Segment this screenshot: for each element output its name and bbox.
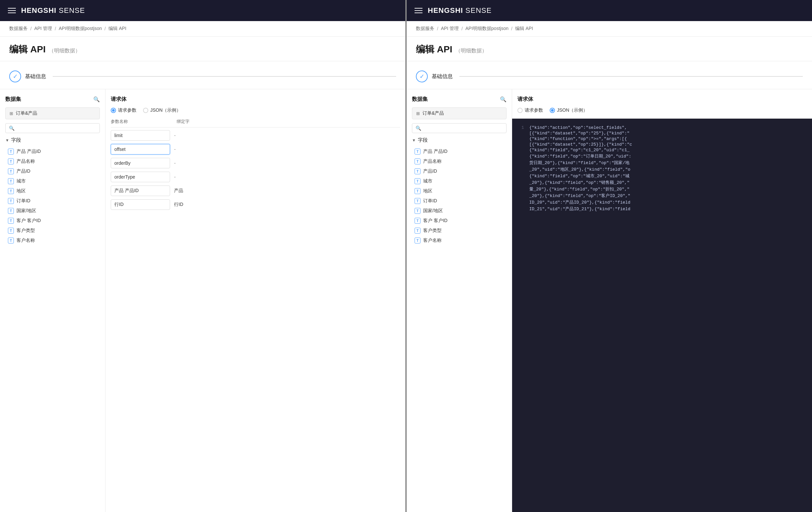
breadcrumb-item-1[interactable]: 数据服务	[9, 26, 28, 32]
json-line-11: 量_20"},{"kind":"field","op":"折扣_20","	[517, 186, 807, 192]
left-param-row-4: 产品	[111, 185, 400, 196]
right-menu-icon[interactable]	[414, 8, 423, 13]
right-breadcrumb-item-1[interactable]: 数据服务	[416, 26, 434, 32]
left-field-type-icon-7: T	[8, 218, 14, 224]
left-radio-json[interactable]	[143, 108, 148, 113]
left-param-row-2: -	[111, 158, 400, 168]
right-field-type-icon-9: T	[414, 238, 420, 243]
right-fields-label: 字段	[418, 137, 428, 143]
brand-bold: HENGSHI	[21, 6, 56, 14]
right-breadcrumb-item-2[interactable]: API 管理	[441, 26, 459, 32]
left-param-row-0: -	[111, 130, 400, 141]
breadcrumb-item-2[interactable]: API 管理	[34, 26, 52, 32]
left-dataset-search-icon[interactable]: 🔍	[93, 96, 100, 102]
left-dataset-title: 数据集 🔍	[5, 96, 100, 103]
left-step-check-icon: ✓	[9, 70, 21, 82]
left-field-item-6[interactable]: T 国家/地区	[5, 206, 100, 216]
right-field-item-4[interactable]: T 地区	[412, 186, 506, 196]
json-line-1: 1 {"kind":"action","op":"select_fields",	[517, 125, 807, 130]
left-topbar: HENGSHI SENSE	[0, 0, 405, 21]
left-param-input-limit[interactable]	[111, 130, 170, 141]
json-content-3: {"kind":"function","op":">=","args":[{	[529, 137, 627, 141]
left-request-panel: 请求体 请求参数 JSON（示例） 参数名称 绑定字	[106, 89, 405, 512]
left-tab-request[interactable]: 请求参数	[111, 108, 137, 113]
right-title-text: 编辑 API	[416, 43, 452, 56]
right-field-item-0[interactable]: T 产品 产品ID	[412, 147, 506, 156]
left-field-type-icon-9: T	[8, 238, 14, 243]
left-field-item-5[interactable]: T 订单ID	[5, 196, 100, 206]
left-field-item-0[interactable]: T 产品 产品ID	[5, 147, 100, 156]
right-fields-header[interactable]: ▼ 字段	[412, 137, 506, 143]
left-field-type-icon-4: T	[8, 188, 14, 194]
left-field-item-2[interactable]: T 产品ID	[5, 167, 100, 176]
left-fields-header[interactable]: ▼ 字段	[5, 137, 100, 143]
brand-light: SENSE	[56, 6, 85, 14]
left-panel: HENGSHI SENSE 数据服务 / API 管理 / API明细数据pos…	[0, 0, 407, 512]
right-panel: HENGSHI SENSE 数据服务 / API 管理 / API明细数据pos…	[407, 0, 812, 512]
json-linenum-13	[517, 199, 524, 205]
right-radio-request[interactable]	[517, 108, 523, 113]
left-field-name-8: 客户类型	[17, 228, 35, 234]
left-col-bind: 绑定字	[177, 119, 400, 124]
right-field-item-7[interactable]: T 客户 客户ID	[412, 216, 506, 226]
breadcrumb-item-3[interactable]: API明细数据postjson	[59, 26, 102, 32]
left-tab-request-label: 请求参数	[118, 108, 137, 113]
left-dataset-tag[interactable]: ⊞ 订单&产品	[5, 108, 100, 119]
left-fields-section: ▼ 字段 T 产品 产品ID T 产品名称 T 产品ID	[5, 137, 100, 245]
json-line-10: _20"},{"kind":"field","op":"销售额_20","	[517, 180, 807, 185]
json-line-2: [{"kind":"dataset","op":"25"},{"kind":"	[517, 131, 807, 136]
right-title-subtitle: （明细数据）	[456, 48, 487, 54]
right-field-item-8[interactable]: T 客户类型	[412, 226, 506, 236]
left-field-item-7[interactable]: T 客户 客户ID	[5, 216, 100, 226]
left-param-dash-0: -	[174, 132, 176, 139]
right-field-search[interactable]: 🔍	[412, 123, 506, 133]
right-fields-section: ▼ 字段 T 产品 产品ID T 产品名称 T 产品ID	[412, 137, 506, 245]
right-tab-json[interactable]: JSON（示例）	[550, 108, 587, 113]
right-field-item-3[interactable]: T 城市	[412, 176, 506, 186]
left-param-input-productid[interactable]	[111, 185, 170, 196]
left-field-item-4[interactable]: T 地区	[5, 186, 100, 196]
right-field-item-6[interactable]: T 国家/地区	[412, 206, 506, 216]
left-field-type-icon-2: T	[8, 168, 14, 174]
json-content-1: {"kind":"action","op":"select_fields",	[529, 125, 627, 130]
left-fields-label: 字段	[11, 137, 21, 143]
json-line-3: {"kind":"function","op":">=","args":[{	[517, 137, 807, 141]
left-field-item-1[interactable]: T 产品名称	[5, 156, 100, 167]
right-field-item-1[interactable]: T 产品名称	[412, 156, 506, 167]
left-search-icon-small: 🔍	[9, 125, 14, 131]
right-tab-request[interactable]: 请求参数	[517, 108, 543, 113]
right-page-header: 编辑 API （明细数据）	[407, 36, 812, 61]
right-breadcrumb-item-3[interactable]: API明细数据postjson	[465, 26, 509, 32]
left-field-item-9[interactable]: T 客户名称	[5, 236, 100, 245]
right-radio-json[interactable]	[550, 108, 555, 113]
json-linenum-7	[517, 160, 524, 166]
left-field-name-0: 产品 产品ID	[17, 149, 41, 154]
right-field-item-9[interactable]: T 客户名称	[412, 236, 506, 245]
right-step-check-icon: ✓	[416, 70, 428, 82]
left-grid-icon: ⊞	[9, 111, 13, 116]
right-dataset-search-icon[interactable]: 🔍	[500, 96, 506, 102]
left-param-input-orderby[interactable]	[111, 158, 170, 168]
left-param-input-offset[interactable]	[111, 144, 170, 154]
left-field-search[interactable]: 🔍	[5, 123, 100, 133]
left-param-input-ordertype[interactable]	[111, 172, 170, 182]
right-field-item-2[interactable]: T 产品ID	[412, 167, 506, 176]
right-dataset-tag[interactable]: ⊞ 订单&产品	[412, 108, 506, 119]
left-request-title: 请求体	[111, 96, 400, 103]
left-field-name-7: 客户 客户ID	[17, 218, 41, 224]
left-radio-request[interactable]	[111, 108, 116, 113]
right-field-item-5[interactable]: T 订单ID	[412, 196, 506, 206]
json-content-7: 货日期_20"},{"kind":"field","op":"国家/地	[529, 160, 630, 166]
left-param-input-rowid[interactable]	[111, 199, 170, 210]
left-step-area: ✓ 基础信息	[0, 61, 405, 89]
json-content-14: ID_21","uid":"产品ID_21"},{"kind":"field	[529, 206, 631, 212]
right-field-name-3: 城市	[423, 178, 432, 184]
right-tab-row: 请求参数 JSON（示例）	[517, 108, 807, 113]
right-grid-icon: ⊞	[416, 111, 420, 116]
left-field-item-8[interactable]: T 客户类型	[5, 226, 100, 236]
left-menu-icon[interactable]	[8, 8, 16, 13]
right-field-name-6: 国家/地区	[423, 208, 443, 214]
left-tab-json[interactable]: JSON（示例）	[143, 108, 181, 113]
left-field-item-3[interactable]: T 城市	[5, 176, 100, 186]
json-linenum-14	[517, 206, 524, 212]
